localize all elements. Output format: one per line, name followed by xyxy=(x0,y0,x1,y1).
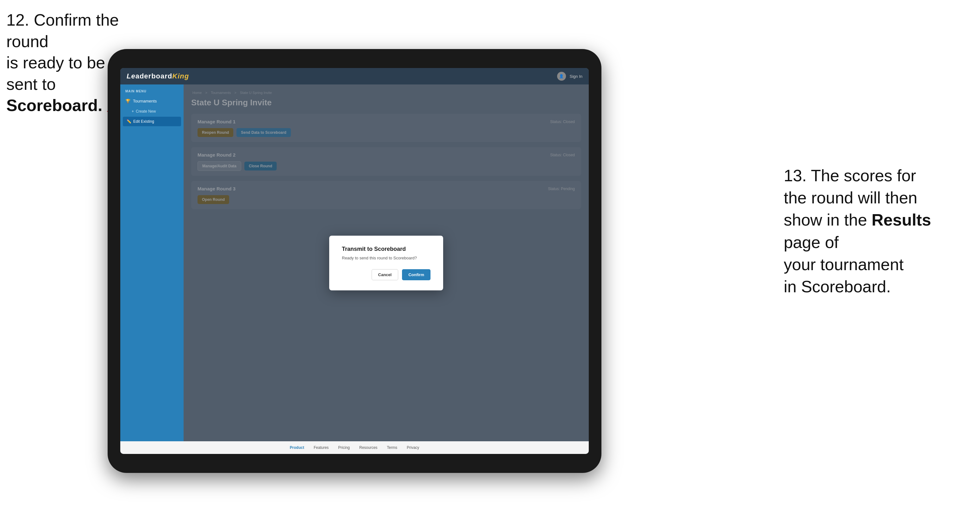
instruction-right-line1: 13. The scores for xyxy=(784,167,916,185)
instruction-line2: is ready to be sent to xyxy=(6,54,105,93)
navbar: LeaderboardKing 👤 Sign In xyxy=(120,68,589,84)
instruction-right: 13. The scores for the round will then s… xyxy=(784,165,961,298)
instruction-right-line4: page of xyxy=(784,233,839,251)
trophy-icon: 🏆 xyxy=(125,99,130,103)
footer: Product Features Pricing Resources Terms… xyxy=(120,441,589,454)
modal-actions: Cancel Confirm xyxy=(342,269,431,280)
edit-icon: ✏️ xyxy=(127,119,131,124)
instruction-right-line2: the round will then xyxy=(784,189,917,207)
sidebar-sub-edit-existing[interactable]: ✏️ Edit Existing xyxy=(123,117,181,126)
modal-title: Transmit to Scoreboard xyxy=(342,246,431,252)
footer-product[interactable]: Product xyxy=(290,445,304,450)
tablet-screen: LeaderboardKing 👤 Sign In MAIN MENU 🏆 To… xyxy=(120,68,589,454)
signin-label[interactable]: Sign In xyxy=(570,74,582,79)
modal-confirm-button[interactable]: Confirm xyxy=(402,269,431,280)
instruction-right-line6: in Scoreboard. xyxy=(784,278,891,296)
edit-existing-label: Edit Existing xyxy=(133,119,154,124)
footer-features[interactable]: Features xyxy=(314,445,329,450)
sidebar-sub-create-new[interactable]: + Create New xyxy=(120,106,184,116)
page-area: Home > Tournaments > State U Spring Invi… xyxy=(184,84,589,441)
transmit-modal: Transmit to Scoreboard Ready to send thi… xyxy=(329,236,443,290)
create-new-label: Create New xyxy=(136,109,156,114)
instruction-line1: 12. Confirm the round xyxy=(6,11,119,51)
modal-cancel-button[interactable]: Cancel xyxy=(372,269,399,280)
instruction-right-bold: Results xyxy=(872,211,931,229)
sidebar: MAIN MENU 🏆 Tournaments + Create New ✏️ … xyxy=(120,84,184,441)
instruction-bold: Scoreboard. xyxy=(6,96,102,114)
tablet-device: LeaderboardKing 👤 Sign In MAIN MENU 🏆 To… xyxy=(108,49,601,473)
instruction-right-line3: show in the xyxy=(784,211,867,229)
footer-resources[interactable]: Resources xyxy=(359,445,377,450)
modal-description: Ready to send this round to Scoreboard? xyxy=(342,256,431,260)
avatar: 👤 xyxy=(557,72,566,81)
footer-terms[interactable]: Terms xyxy=(387,445,397,450)
modal-overlay: Transmit to Scoreboard Ready to send thi… xyxy=(184,84,589,441)
sidebar-tournaments-label: Tournaments xyxy=(133,99,157,103)
sidebar-menu-label: MAIN MENU xyxy=(120,89,184,95)
main-content: MAIN MENU 🏆 Tournaments + Create New ✏️ … xyxy=(120,84,589,441)
footer-pricing[interactable]: Pricing xyxy=(338,445,350,450)
plus-icon: + xyxy=(132,109,134,114)
logo: LeaderboardKing xyxy=(127,72,189,80)
navbar-right: 👤 Sign In xyxy=(557,72,582,81)
footer-privacy[interactable]: Privacy xyxy=(407,445,419,450)
sidebar-item-tournaments[interactable]: 🏆 Tournaments xyxy=(120,95,184,106)
instruction-right-line5: your tournament xyxy=(784,255,904,274)
